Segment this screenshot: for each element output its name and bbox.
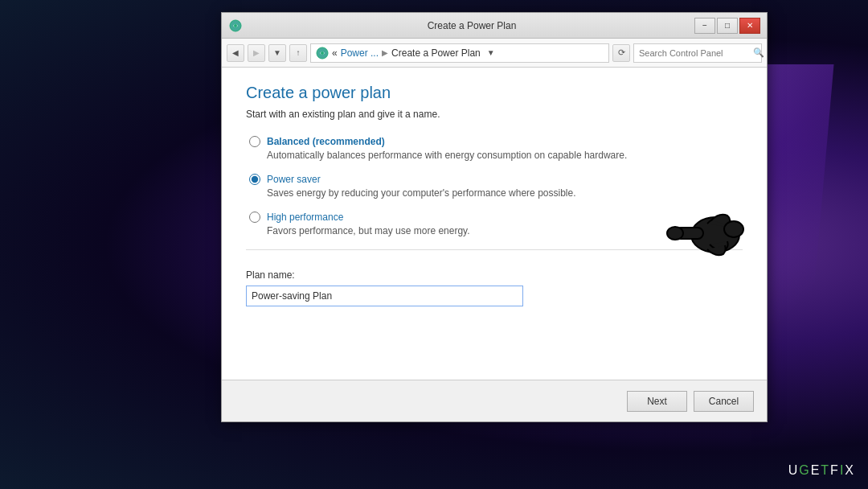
option-desc-balanced: Automatically balances performance with … bbox=[249, 150, 743, 161]
breadcrumb-bar: « Power ... ▶ Create a Power Plan ▼ bbox=[310, 43, 609, 63]
content-area: Create a power plan Start with an existi… bbox=[222, 68, 767, 380]
titlebar: Create a Power Plan − □ ✕ bbox=[222, 13, 767, 39]
plan-option-balanced: Balanced (recommended) Automatically bal… bbox=[246, 136, 743, 161]
section-divider bbox=[246, 249, 743, 250]
dropdown-button[interactable]: ▼ bbox=[268, 44, 286, 62]
next-button[interactable]: Next bbox=[627, 391, 687, 412]
breadcrumb-dropdown-arrow[interactable]: ▼ bbox=[487, 48, 495, 57]
plan-option-high-performance: High performance Favors performance, but… bbox=[246, 212, 743, 236]
option-desc-high-performance: Favors performance, but may use more ene… bbox=[249, 225, 743, 236]
option-label-balanced[interactable]: Balanced (recommended) bbox=[267, 136, 385, 147]
breadcrumb-icon bbox=[316, 47, 329, 60]
plan-name-section: Plan name: bbox=[246, 263, 743, 306]
cancel-button[interactable]: Cancel bbox=[694, 391, 754, 412]
plan-option-power-saver: Power saver Saves energy by reducing you… bbox=[246, 174, 743, 199]
breadcrumb-parent[interactable]: Power ... bbox=[341, 47, 379, 59]
plan-option-balanced-header: Balanced (recommended) bbox=[249, 136, 743, 147]
search-box: 🔍 bbox=[633, 43, 762, 63]
main-window: Create a Power Plan − □ ✕ ◀ ▶ ▼ ↑ « Powe… bbox=[221, 12, 768, 422]
breadcrumb-separator: ▶ bbox=[382, 48, 388, 57]
plan-option-power-saver-header: Power saver bbox=[249, 174, 743, 185]
plan-name-label: Plan name: bbox=[246, 269, 743, 281]
plan-name-input[interactable] bbox=[246, 286, 523, 306]
titlebar-buttons: − □ ✕ bbox=[694, 18, 760, 34]
search-input[interactable] bbox=[639, 48, 750, 58]
page-subtitle: Start with an existing plan and give it … bbox=[246, 109, 743, 120]
radio-power-saver[interactable] bbox=[249, 174, 260, 185]
refresh-button[interactable]: ⟳ bbox=[612, 44, 630, 62]
radio-balanced[interactable] bbox=[249, 136, 260, 147]
plan-option-high-performance-header: High performance bbox=[249, 212, 743, 223]
minimize-button[interactable]: − bbox=[694, 18, 715, 34]
option-desc-power-saver: Saves energy by reducing your computer's… bbox=[249, 187, 743, 199]
up-button[interactable]: ↑ bbox=[289, 44, 307, 62]
search-icon[interactable]: 🔍 bbox=[753, 47, 764, 58]
svg-point-1 bbox=[234, 24, 237, 27]
page-title: Create a power plan bbox=[246, 84, 743, 102]
radio-high-performance[interactable] bbox=[249, 212, 260, 223]
address-bar: ◀ ▶ ▼ ↑ « Power ... ▶ Create a Power Pla… bbox=[222, 39, 767, 68]
window-title: Create a Power Plan bbox=[249, 20, 694, 31]
option-label-power-saver[interactable]: Power saver bbox=[267, 174, 321, 185]
breadcrumb-current: Create a Power Plan bbox=[391, 47, 481, 59]
option-label-high-performance[interactable]: High performance bbox=[267, 212, 343, 223]
button-bar: Next Cancel bbox=[222, 380, 767, 421]
breadcrumb-prefix: « bbox=[332, 47, 338, 59]
forward-button[interactable]: ▶ bbox=[248, 44, 265, 62]
watermark: U G E T F I X bbox=[788, 463, 854, 478]
back-button[interactable]: ◀ bbox=[227, 44, 244, 62]
maximize-button[interactable]: □ bbox=[717, 18, 738, 34]
watermark-text: U bbox=[788, 463, 798, 478]
window-icon bbox=[228, 18, 243, 33]
close-button[interactable]: ✕ bbox=[739, 18, 760, 34]
svg-point-3 bbox=[321, 51, 324, 55]
